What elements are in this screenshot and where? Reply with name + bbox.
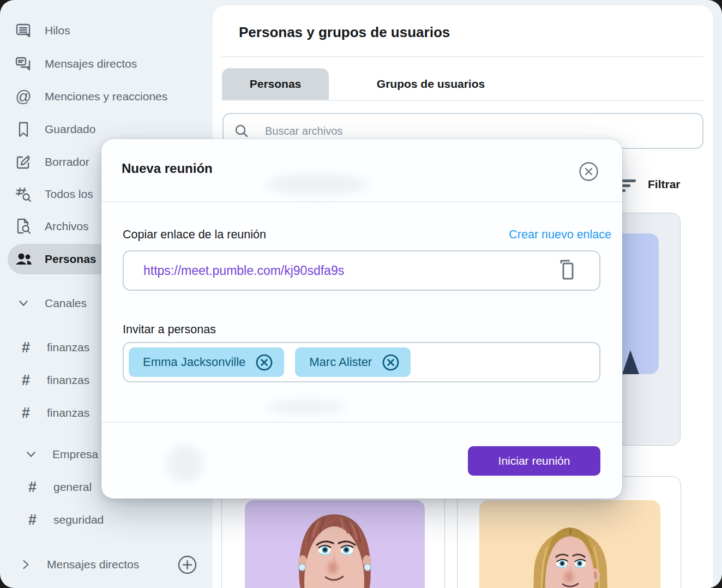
page-title: Personas y grupos de usuarios bbox=[239, 24, 450, 41]
sidebar-item-todos-canales[interactable]: Todos los bbox=[14, 182, 93, 206]
new-meeting-modal: Nueva reunión Copiar enlace de la reunió… bbox=[101, 139, 622, 499]
section-header-label: Mensajes directos bbox=[47, 558, 139, 571]
sidebar-channel-finanzas-2[interactable]: # finanzas bbox=[16, 368, 89, 392]
invitee-chip: Emma Jacksonville bbox=[129, 347, 284, 377]
sidebar-channel-seguridad[interactable]: # seguridad bbox=[23, 508, 104, 532]
sidebar-item-label: Guardado bbox=[45, 123, 95, 136]
sidebar-item-label: Personas bbox=[45, 253, 97, 266]
tab-label: Personas bbox=[250, 77, 302, 91]
sidebar-item-borrador[interactable]: Borrador bbox=[14, 150, 89, 174]
sidebar-section-empresa[interactable]: Empresa bbox=[22, 442, 98, 466]
sidebar-section-dm[interactable]: Mensajes directos bbox=[16, 553, 139, 577]
app-window: Hilos Mensajes directos @ Menciones y re… bbox=[0, 0, 722, 588]
sidebar-item-guardado[interactable]: Guardado bbox=[14, 117, 95, 141]
sidebar-item-label: Borrador bbox=[45, 155, 89, 169]
sidebar-item-label: Archivos bbox=[45, 220, 89, 233]
browse-channels-icon bbox=[14, 185, 33, 203]
header-divider bbox=[221, 56, 703, 57]
search-icon bbox=[234, 124, 249, 138]
file-search-icon bbox=[14, 217, 33, 236]
sidebar-item-label: Hilos bbox=[45, 24, 70, 37]
modal-header-divider bbox=[101, 201, 622, 202]
remove-invitee-icon[interactable] bbox=[255, 353, 273, 371]
drafts-icon bbox=[14, 153, 33, 171]
people-icon bbox=[14, 250, 33, 268]
channel-label: seguridad bbox=[53, 513, 104, 526]
copy-icon[interactable] bbox=[557, 259, 576, 282]
channel-label: finanzas bbox=[47, 406, 89, 419]
chevron-down-icon bbox=[22, 445, 40, 464]
invite-label: Invitar a personas bbox=[123, 323, 216, 337]
close-icon[interactable] bbox=[579, 161, 599, 184]
sidebar-item-hilos[interactable]: Hilos bbox=[14, 19, 70, 43]
sidebar-item-label: Todos los bbox=[45, 188, 93, 201]
sidebar-item-archivos[interactable]: Archivos bbox=[14, 214, 89, 238]
copy-link-label: Copiar enlace de la reunión bbox=[123, 228, 266, 242]
sidebar-channel-general[interactable]: # general bbox=[23, 475, 92, 499]
invitee-name: Emma Jacksonville bbox=[143, 355, 245, 369]
mentions-icon: @ bbox=[14, 87, 33, 106]
sidebar-item-label: Menciones y reacciones bbox=[45, 90, 167, 103]
sidebar-item-mensajes-directos[interactable]: Mensajes directos bbox=[14, 52, 137, 76]
add-dm-icon[interactable] bbox=[177, 555, 197, 577]
section-header-label: Canales bbox=[45, 297, 87, 310]
channel-label: finanzas bbox=[47, 341, 89, 354]
meeting-link-field[interactable]: https://meet.pumble.com/kj90sdfa9s bbox=[123, 250, 600, 291]
modal-footer-divider bbox=[101, 422, 622, 423]
hash-icon: # bbox=[16, 338, 35, 357]
tab-personas[interactable]: Personas bbox=[222, 68, 329, 100]
remove-invitee-icon[interactable] bbox=[382, 353, 400, 371]
hash-icon: # bbox=[16, 404, 35, 422]
sidebar-item-label: Mensajes directos bbox=[45, 57, 137, 70]
chevron-down-icon bbox=[14, 294, 33, 313]
hash-icon: # bbox=[23, 478, 41, 496]
invitees-field[interactable]: Emma Jacksonville Marc Alister bbox=[123, 342, 600, 382]
search-input[interactable] bbox=[264, 124, 691, 138]
tab-label: Grupos de usuarios bbox=[377, 77, 485, 91]
tabs-divider bbox=[221, 100, 703, 101]
invitee-chip: Marc Alister bbox=[295, 347, 411, 377]
hash-icon: # bbox=[16, 371, 35, 389]
threads-icon bbox=[14, 21, 33, 40]
filter-button[interactable]: Filtrar bbox=[648, 178, 681, 191]
modal-title: Nueva reunión bbox=[122, 161, 213, 176]
create-new-link-button[interactable]: Crear nuevo enlace bbox=[472, 228, 611, 242]
section-header-label: Empresa bbox=[52, 448, 98, 461]
channel-label: general bbox=[53, 481, 92, 494]
avatar bbox=[245, 500, 425, 588]
bookmark-icon bbox=[14, 120, 33, 139]
sidebar-item-menciones[interactable]: @ Menciones y reacciones bbox=[14, 85, 167, 109]
channel-label: finanzas bbox=[47, 374, 89, 387]
sidebar-channel-finanzas-3[interactable]: # finanzas bbox=[16, 401, 89, 425]
sidebar-channel-finanzas-1[interactable]: # finanzas bbox=[16, 335, 89, 359]
sidebar-section-canales[interactable]: Canales bbox=[14, 291, 87, 315]
direct-messages-icon bbox=[14, 55, 33, 73]
invitee-name: Marc Alister bbox=[309, 355, 372, 369]
start-meeting-button[interactable]: Iniciar reunión bbox=[468, 446, 600, 476]
chevron-right-icon bbox=[16, 555, 35, 574]
meeting-url: https://meet.pumble.com/kj90sdfa9s bbox=[143, 263, 557, 278]
sidebar-item-personas[interactable]: Personas bbox=[14, 247, 97, 271]
hash-icon: # bbox=[23, 511, 41, 529]
tab-grupos-de-usuarios[interactable]: Grupos de usuarios bbox=[362, 68, 500, 100]
avatar bbox=[479, 500, 660, 588]
